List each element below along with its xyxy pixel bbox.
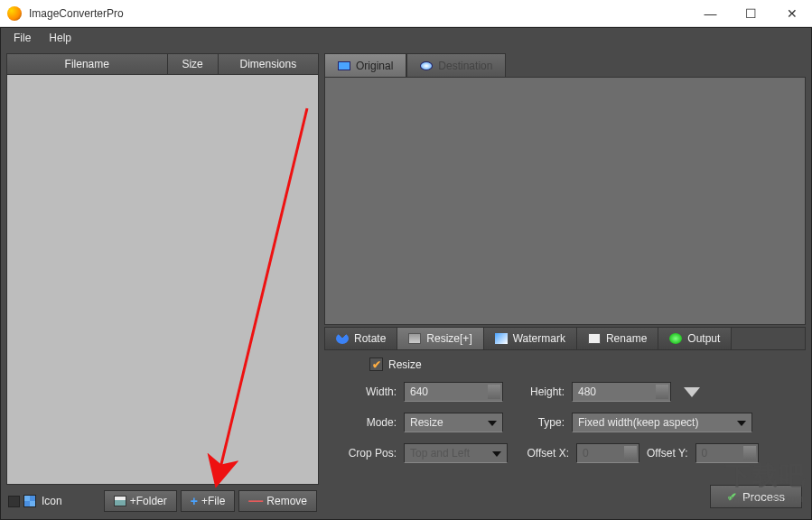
site-watermark-url: www.xiazaiba.com (729, 494, 803, 504)
tool-resize-label: Resize[+] (426, 332, 471, 345)
width-value: 640 (410, 385, 428, 398)
left-panel: Filename Size Dimensions Icon +Folder + … (6, 53, 319, 514)
menu-bar: File Help (1, 28, 811, 48)
spin-up-icon (628, 448, 635, 451)
preview-area (324, 77, 806, 325)
tool-rotate-label: Rotate (354, 332, 386, 345)
mode-select[interactable]: Resize (404, 413, 503, 432)
minimize-button[interactable]: — (690, 0, 731, 26)
add-folder-button[interactable]: +Folder (104, 490, 177, 512)
site-watermark: 下载吧 (725, 459, 807, 493)
minus-icon: — (248, 493, 263, 509)
picture-icon (114, 496, 126, 506)
spin-down-icon (491, 394, 499, 397)
type-label: Type: (510, 416, 565, 429)
spin-up-icon (659, 386, 667, 390)
rotate-icon (336, 333, 349, 344)
checkbox-icon: ✔ (369, 358, 383, 371)
type-select[interactable]: Fixed width(keep aspect) (572, 413, 752, 432)
add-file-label: +File (201, 495, 225, 507)
rename-icon (588, 333, 601, 344)
offsety-label: Offset Y: (647, 447, 688, 460)
icon-view-label: Icon (42, 495, 62, 507)
tool-rename[interactable]: Rename (577, 328, 658, 349)
width-input[interactable]: 640 (404, 382, 503, 402)
col-size[interactable]: Size (168, 54, 219, 74)
tool-rename-label: Rename (606, 332, 647, 345)
right-panel: Original Destination Rotate Resize[+] (324, 53, 806, 514)
tab-original-label: Original (356, 60, 393, 72)
tab-original[interactable]: Original (324, 53, 406, 77)
offsetx-label: Offset X: (515, 447, 569, 460)
resize-icon (408, 333, 421, 344)
app-body: File Help Filename Size Dimensions Icon … (0, 27, 812, 520)
tab-destination-label: Destination (438, 60, 492, 72)
col-filename[interactable]: Filename (7, 54, 168, 74)
plus-icon: + (191, 494, 198, 508)
file-list[interactable] (6, 75, 319, 485)
tool-watermark[interactable]: Watermark (484, 328, 577, 349)
tool-watermark-label: Watermark (513, 332, 565, 345)
remove-button[interactable]: — Remove (238, 490, 317, 512)
maximize-button[interactable]: ☐ (731, 0, 771, 26)
resize-checkbox[interactable]: ✔ Resize (369, 358, 422, 371)
width-label: Width: (333, 385, 397, 398)
file-table-header: Filename Size Dimensions (6, 53, 319, 75)
menu-help[interactable]: Help (40, 30, 80, 46)
tool-output[interactable]: Output (658, 328, 732, 349)
icon-checkbox[interactable] (8, 496, 20, 507)
preview-tabs: Original Destination (324, 53, 806, 77)
mode-label: Mode: (333, 416, 397, 429)
resize-checkbox-label: Resize (388, 358, 422, 371)
tool-row: Rotate Resize[+] Watermark Rename Output (324, 327, 806, 350)
col-dimensions[interactable]: Dimensions (219, 54, 318, 74)
tool-rotate[interactable]: Rotate (325, 328, 397, 349)
menu-file[interactable]: File (5, 30, 40, 46)
output-icon (669, 333, 682, 344)
title-bar: ImageConverterPro — ☐ ✕ (0, 0, 812, 27)
close-button[interactable]: ✕ (771, 0, 812, 26)
monitor-icon (338, 61, 350, 70)
tool-output-label: Output (687, 332, 720, 345)
grid-icon (23, 495, 36, 507)
spin-up-icon (491, 386, 499, 390)
height-label: Height: (510, 385, 565, 398)
icon-view-toggle[interactable]: Icon (23, 495, 62, 507)
add-folder-label: +Folder (130, 495, 167, 507)
add-file-button[interactable]: + +File (181, 490, 236, 512)
watermark-icon (495, 333, 508, 344)
remove-label: Remove (266, 495, 307, 507)
tab-destination[interactable]: Destination (406, 53, 506, 77)
spin-down-icon (628, 455, 635, 459)
left-footer: Icon +Folder + +File — Remove (6, 488, 319, 514)
croppos-label: Crop Pos: (333, 447, 397, 460)
spin-down-icon (659, 394, 667, 397)
app-title: ImageConverterPro (29, 7, 690, 20)
mode-value: Resize (410, 416, 443, 429)
type-value: Fixed width(keep aspect) (578, 416, 698, 429)
offsety-value: 0 (702, 447, 708, 460)
offsetx-input: 0 (576, 443, 639, 463)
main-area: Filename Size Dimensions Icon +Folder + … (1, 48, 811, 519)
spin-up-icon (747, 448, 754, 451)
offsetx-value: 0 (583, 447, 589, 460)
globe-icon (420, 61, 433, 70)
croppos-select: Top and Left (404, 443, 508, 463)
croppos-value: Top and Left (410, 447, 470, 460)
app-icon (7, 6, 22, 21)
tool-resize[interactable]: Resize[+] (397, 328, 483, 349)
height-input[interactable]: 480 (572, 382, 671, 402)
chevron-down-icon[interactable] (684, 387, 700, 397)
height-value: 480 (578, 385, 596, 398)
window-controls: — ☐ ✕ (690, 0, 812, 26)
